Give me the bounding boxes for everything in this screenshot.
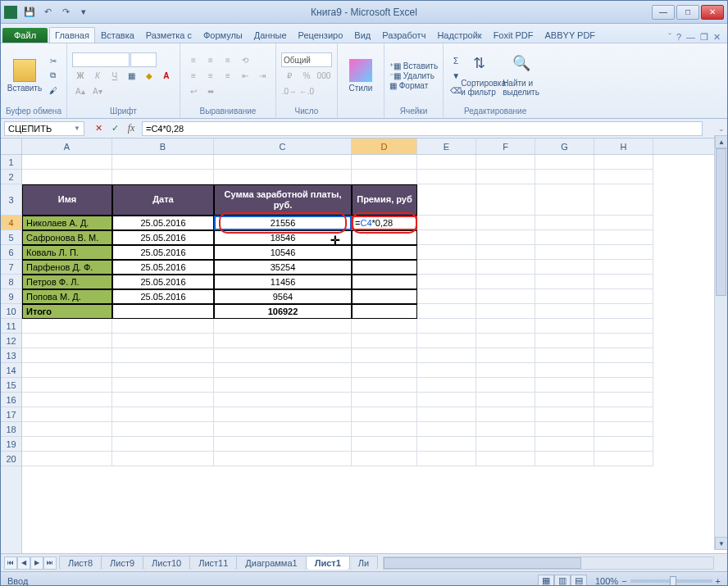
cell-B8[interactable]: 25.05.2016	[112, 275, 214, 289]
rowhdr-20[interactable]: 20	[1, 452, 21, 466]
cell-C14[interactable]	[214, 363, 352, 378]
tab-home[interactable]: Главная	[49, 27, 95, 43]
tab-abbyy[interactable]: ABBYY PDF	[539, 27, 602, 43]
formula-expand-icon[interactable]: ⌄	[716, 125, 727, 133]
cell-A9[interactable]: Попова М. Д.	[22, 289, 112, 304]
cell-F18[interactable]	[476, 422, 535, 437]
cell-C15[interactable]	[214, 378, 352, 393]
rowhdr-18[interactable]: 18	[1, 422, 21, 437]
cell-A8[interactable]: Петров Ф. Л.	[22, 275, 112, 289]
border-button[interactable]: ▦	[124, 68, 140, 83]
copy-icon[interactable]: ⧉	[46, 69, 61, 82]
save-icon[interactable]: 💾	[22, 5, 37, 20]
formula-input[interactable]: =C4*0,28	[142, 121, 703, 136]
rowhdr-4[interactable]: 4	[1, 216, 21, 230]
sheet-tab[interactable]: Лист11	[189, 556, 237, 570]
sheet-tab[interactable]: Ли	[349, 556, 378, 570]
colhdr-D[interactable]: D	[352, 139, 417, 154]
cell-D18[interactable]	[352, 422, 417, 437]
cell-F13[interactable]	[476, 348, 535, 363]
doc-close-icon[interactable]: ✕	[713, 32, 721, 43]
cell-A19[interactable]	[22, 437, 112, 452]
cell-C11[interactable]	[214, 319, 352, 334]
cell-G14[interactable]	[535, 363, 594, 378]
cell-E12[interactable]	[417, 334, 476, 348]
cell-C18[interactable]	[214, 422, 352, 437]
cell-H14[interactable]	[594, 363, 653, 378]
rowhdr-9[interactable]: 9	[1, 289, 21, 304]
styles-button[interactable]: Стили	[343, 59, 379, 93]
merge-icon[interactable]: ⬌	[202, 84, 219, 98]
cell-C17[interactable]	[214, 407, 352, 422]
underline-button[interactable]: Ч	[107, 68, 123, 83]
cell-G15[interactable]	[535, 378, 594, 393]
cell-B15[interactable]	[112, 378, 214, 393]
cell-D12[interactable]	[352, 334, 417, 348]
indent-dec-icon[interactable]: ⇤	[237, 68, 253, 83]
help-icon[interactable]: ?	[676, 32, 681, 43]
cell-F15[interactable]	[476, 378, 535, 393]
cell-H12[interactable]	[594, 334, 653, 348]
orientation-icon[interactable]: ⟲	[237, 52, 253, 67]
doc-restore-icon[interactable]: ❐	[700, 32, 708, 43]
cell-B16[interactable]	[112, 393, 214, 407]
cell-A11[interactable]	[22, 319, 112, 334]
view-normal-icon[interactable]: ▦	[538, 575, 554, 587]
cell-E18[interactable]	[417, 422, 476, 437]
colhdr-A[interactable]: A	[22, 139, 112, 154]
cell-G17[interactable]	[535, 407, 594, 422]
cells-area[interactable]: Имя Дата Сумма заработной платы, руб. Пр…	[22, 155, 727, 466]
sheet-tab-active[interactable]: Лист1	[306, 556, 350, 570]
cell-F11[interactable]	[476, 319, 535, 334]
rowhdr-5[interactable]: 5	[1, 230, 21, 245]
rowhdr-7[interactable]: 7	[1, 260, 21, 275]
cell-G19[interactable]	[535, 437, 594, 452]
align-top-icon[interactable]: ≡	[185, 52, 202, 67]
cell-D14[interactable]	[352, 363, 417, 378]
zoom-slider[interactable]	[630, 579, 712, 583]
sheet-tab[interactable]: Диаграмма1	[236, 556, 306, 570]
cell-E17[interactable]	[417, 407, 476, 422]
cell-C10[interactable]: 106922	[214, 304, 352, 319]
tab-layout[interactable]: Разметка с	[140, 27, 198, 43]
cell-H20[interactable]	[594, 452, 653, 466]
redo-icon[interactable]: ↷	[58, 5, 73, 20]
cell-H13[interactable]	[594, 348, 653, 363]
hscroll-thumb[interactable]	[384, 557, 581, 569]
enter-formula-button[interactable]: ✓	[107, 121, 122, 136]
colhdr-E[interactable]: E	[417, 139, 476, 154]
tab-review[interactable]: Рецензиро	[293, 27, 349, 43]
cell-G11[interactable]	[535, 319, 594, 334]
cancel-formula-button[interactable]: ✕	[91, 121, 106, 136]
cell-A15[interactable]	[22, 378, 112, 393]
cell-D6[interactable]	[352, 245, 417, 260]
cell-B19[interactable]	[112, 437, 214, 452]
cell-A17[interactable]	[22, 407, 112, 422]
zoom-out-button[interactable]: −	[621, 576, 626, 586]
cell-D16[interactable]	[352, 393, 417, 407]
cell-F20[interactable]	[476, 452, 535, 466]
zoom-value[interactable]: 100%	[595, 576, 618, 586]
tab-insert[interactable]: Вставка	[95, 27, 140, 43]
minimize-button[interactable]: —	[652, 5, 675, 20]
namebox-dropdown-icon[interactable]: ▼	[74, 125, 80, 132]
cell-B6[interactable]: 25.05.2016	[112, 245, 214, 260]
select-all-corner[interactable]	[1, 139, 21, 155]
colhdr-F[interactable]: F	[476, 139, 535, 154]
align-bottom-icon[interactable]: ≡	[220, 52, 236, 67]
cell-E19[interactable]	[417, 437, 476, 452]
cell-E20[interactable]	[417, 452, 476, 466]
italic-button[interactable]: К	[89, 68, 106, 83]
cell-A16[interactable]	[22, 393, 112, 407]
cell-D11[interactable]	[352, 319, 417, 334]
rowhdr-14[interactable]: 14	[1, 363, 21, 378]
format-cells-button[interactable]: ▦ Формат	[389, 81, 428, 90]
cell-D19[interactable]	[352, 437, 417, 452]
cell-D17[interactable]	[352, 407, 417, 422]
cell-B20[interactable]	[112, 452, 214, 466]
tab-view[interactable]: Вид	[348, 27, 376, 43]
cell-B11[interactable]	[112, 319, 214, 334]
rowhdr-11[interactable]: 11	[1, 319, 21, 334]
cell-A6[interactable]: Коваль Л. П.	[22, 245, 112, 260]
cell-C9[interactable]: 9564	[214, 289, 352, 304]
